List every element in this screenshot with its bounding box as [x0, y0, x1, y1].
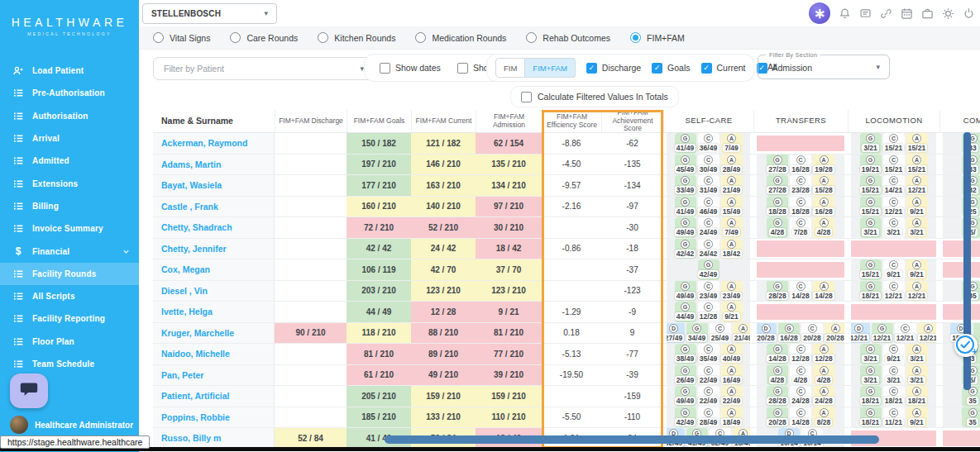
gear-icon[interactable] — [941, 7, 954, 20]
patient-name-link[interactable]: Chetty, Shadrach — [161, 222, 232, 232]
section-filter-label: Filter By Section — [766, 51, 820, 59]
sidebar-item-extensions[interactable]: Extensions — [0, 172, 139, 194]
cell-self-care: G49/49C22/49A22/49 — [663, 386, 753, 407]
cell-goals: 160 / 210 — [347, 197, 411, 217]
badge-letter: A — [727, 218, 736, 227]
facility-select[interactable]: STELLENBOSCH ▾ — [142, 3, 277, 24]
cell-patient-name: Adams, Martin — [153, 155, 275, 175]
patient-name-link[interactable]: Chetty, Jennifer — [161, 244, 227, 254]
patient-name-link[interactable]: Bayat, Wasiela — [161, 180, 222, 190]
assign-check-button[interactable]: + — [953, 332, 980, 360]
profile-avatar[interactable]: ∗ — [809, 2, 830, 24]
cell-admission: 30 / 210 — [476, 217, 542, 238]
patient-name-link[interactable]: Cox, Megan — [161, 264, 210, 274]
power-icon[interactable] — [962, 7, 975, 20]
section-filter-value: All — [767, 62, 876, 72]
badge-value: 40/49 — [721, 354, 742, 363]
patient-filter-select[interactable]: Filter by Patient ▾ — [153, 57, 375, 80]
patient-name-link[interactable]: Castle , Frank — [161, 202, 218, 212]
checkbox-goals[interactable]: ✓Goals — [652, 63, 690, 74]
checkbox-show-dates[interactable]: Show dates — [380, 63, 441, 74]
checkbox-current[interactable]: ✓Current — [701, 63, 746, 74]
cell-admission: 97 / 210 — [476, 197, 542, 217]
badge-letter: C — [889, 408, 898, 417]
sidebar-item-billing[interactable]: Billing — [0, 195, 139, 217]
checkbox-current-box[interactable]: ✓ — [701, 63, 712, 74]
bell-icon[interactable] — [838, 7, 851, 20]
badge-value: 21/49 — [733, 334, 750, 342]
briefcase-icon[interactable] — [920, 7, 934, 20]
message-icon[interactable] — [858, 7, 872, 20]
missing-data-block — [757, 262, 844, 278]
sidebar-item-facility-rounds[interactable]: Facility Rounds — [0, 263, 139, 285]
sidebar-item-all-scripts[interactable]: All Scripts — [0, 285, 139, 307]
badge-column: G12/21 — [872, 323, 893, 344]
sidebar-item-floor-plan[interactable]: Floor Plan — [0, 331, 139, 353]
toggle-fim-fam[interactable]: FIM+FAM — [525, 58, 575, 78]
badge-value: 35 — [967, 418, 978, 426]
section-filter-select[interactable]: Filter By Section All ▾ — [758, 55, 890, 79]
calendar-icon[interactable] — [900, 7, 913, 20]
cell-value: 81 / 210 — [494, 328, 523, 337]
sidebar-item-load-patient[interactable]: Load Patient — [0, 59, 139, 82]
sidebar-item-authorisation[interactable]: Authorisation — [0, 105, 139, 127]
badge-value: 3/21 — [908, 354, 925, 363]
logo-subtitle: MEDICAL TECHNOLOGY — [27, 31, 112, 36]
badge-column: A15/21 — [906, 155, 928, 175]
cell-discharge: 52 / 84 — [275, 428, 347, 449]
patient-name-link[interactable]: Pan, Peter — [161, 370, 203, 380]
badge-letter: C — [704, 218, 713, 227]
badge-value: 9/21 — [885, 354, 902, 363]
badge-value: 16/28 — [813, 207, 834, 216]
patient-name-link[interactable]: Patient, Artificial — [161, 391, 229, 401]
patient-name-link[interactable]: Naidoo, Michelle — [161, 349, 230, 359]
sidebar-item-invoice-summary[interactable]: Invoice Summary — [0, 217, 139, 240]
badge-column: C3/21 — [883, 365, 905, 386]
checkbox-goals-box[interactable]: ✓ — [652, 63, 662, 74]
sidebar-item-facility-reporting[interactable]: Facility Reporting — [0, 307, 139, 330]
current-user[interactable]: Healthcare Administrator — [10, 416, 133, 434]
sidebar-item-pre-authorisation[interactable]: Pre-Authorisation — [0, 82, 139, 104]
tab-rehab-outcomes[interactable]: Rehab Outcomes — [526, 32, 610, 43]
link-icon[interactable] — [879, 7, 892, 20]
totals-checkbox[interactable] — [521, 92, 532, 102]
sidebar-item-financial[interactable]: $Financial — [0, 240, 139, 262]
cell-transfers: G18/28C18/28A16/28 — [753, 197, 848, 217]
toggle-fim[interactable]: FIM — [495, 58, 525, 78]
tab-kitchen-rounds[interactable]: Kitchen Rounds — [318, 32, 395, 43]
section-values: G3/21C3/21A3/21 — [851, 217, 936, 238]
patient-name-link[interactable]: Ackerman, Raymond — [161, 138, 247, 148]
badge-letter: D — [762, 324, 771, 333]
cell-com: G5/ — [939, 217, 980, 238]
checkbox-show-scores-box[interactable] — [457, 63, 468, 74]
badge-letter: C — [796, 218, 806, 227]
badge-value: 8/28 — [815, 418, 833, 426]
cell-value: 52 / 84 — [298, 434, 323, 443]
checkbox-show-dates-box[interactable] — [380, 63, 390, 74]
sidebar-item-label: Pre-Authorisation — [32, 88, 105, 98]
patient-name-link[interactable]: Adams, Martin — [161, 159, 221, 169]
sidebar-item-admitted[interactable]: Admitted — [0, 150, 139, 172]
badge-letter: C — [889, 387, 898, 396]
list-icon — [12, 109, 25, 122]
sidebar-item-arrival[interactable]: Arrival — [0, 127, 139, 150]
totals-checkbox-row[interactable]: Calculate Filtered Values In Totals — [510, 86, 679, 107]
tab-fim-fam[interactable]: FIM+FAM — [630, 32, 685, 43]
patient-name-link[interactable]: Diesel , Vin — [161, 286, 208, 296]
badge-value: 21/49 — [721, 186, 742, 194]
checkbox-discharge-box[interactable]: ✓ — [586, 63, 597, 74]
patient-name-link[interactable]: Poppins, Robbie — [161, 412, 230, 422]
patient-name-link[interactable]: Kruger, Marchelle — [161, 328, 234, 338]
tab-medication-rounds[interactable]: Medication Rounds — [415, 32, 506, 43]
horizontal-scrollbar[interactable] — [385, 435, 879, 444]
sidebar-item-team-schedule[interactable]: Team Schedule — [0, 353, 139, 375]
patient-name-link[interactable]: Russo, Billy m — [161, 433, 221, 443]
badge-value: 15/21 — [860, 186, 881, 194]
tab-care-rounds[interactable]: Care Rounds — [230, 32, 298, 43]
chat-button[interactable] — [10, 373, 48, 408]
tab-vital-signs[interactable]: Vital Signs — [153, 32, 210, 43]
patient-name-link[interactable]: Ivette, Helga — [161, 307, 213, 316]
checkbox-discharge[interactable]: ✓Discharge — [586, 63, 641, 74]
badge-column: C18/21 — [883, 386, 905, 407]
app-logo: HEALTHWARE MEDICAL TECHNOLOGY — [0, 0, 139, 51]
